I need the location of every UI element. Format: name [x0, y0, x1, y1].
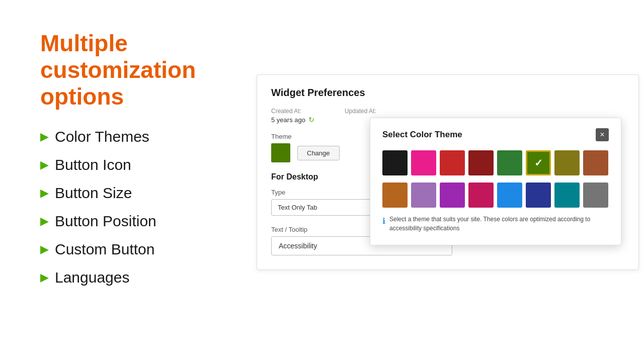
color-swatch-dark-red[interactable]: [468, 150, 494, 175]
color-swatch-olive-green[interactable]: ✓: [526, 150, 551, 175]
feature-item-button-icon: ▶Button Icon: [40, 156, 262, 173]
arrow-icon: ▶: [40, 187, 49, 200]
theme-color-swatch: [271, 143, 290, 162]
color-swatch-brown[interactable]: [583, 150, 608, 175]
feature-label: Button Icon: [55, 156, 131, 173]
checkmark-icon: ✓: [534, 157, 543, 169]
color-swatch-red[interactable]: [440, 150, 465, 175]
color-grid: ✓: [382, 150, 609, 175]
created-at-value: 5 years ago ↻: [271, 116, 314, 124]
feature-item-languages: ▶Languages: [40, 269, 262, 286]
change-theme-button[interactable]: Change: [297, 146, 340, 160]
color-theme-modal: Select Color Theme × ✓ ℹ Select a theme …: [370, 118, 621, 245]
color-swatch-dark-blue[interactable]: [526, 183, 551, 208]
color-swatch-magenta[interactable]: [468, 183, 494, 208]
modal-title: Select Color Theme: [382, 130, 462, 140]
feature-item-custom-button: ▶Custom Button: [40, 241, 262, 258]
arrow-icon: ▶: [40, 215, 49, 228]
feature-label: Button Size: [55, 185, 132, 202]
feature-label: Color Themes: [55, 128, 149, 145]
color-swatch-green[interactable]: [497, 150, 522, 175]
modal-info: ℹ Select a theme that suits your site. T…: [382, 215, 609, 233]
feature-item-button-size: ▶Button Size: [40, 185, 262, 202]
widget-title: Widget Preferences: [271, 87, 624, 99]
feature-list: ▶Color Themes▶Button Icon▶Button Size▶Bu…: [40, 128, 262, 286]
created-at-group: Created At: 5 years ago ↻: [271, 108, 314, 124]
feature-label: Button Position: [55, 213, 156, 230]
color-swatch-teal[interactable]: [554, 183, 580, 208]
color-swatch-hot-pink[interactable]: [411, 150, 436, 175]
color-swatch-light-purple[interactable]: [411, 183, 436, 208]
refresh-icon[interactable]: ↻: [308, 116, 314, 124]
color-swatch-black[interactable]: [382, 150, 408, 175]
left-section: Multiple customization options ▶Color Th…: [40, 30, 262, 297]
created-at-label: Created At:: [271, 108, 314, 115]
info-icon: ℹ: [382, 215, 385, 227]
modal-info-text: Select a theme that suits your site. The…: [389, 215, 609, 233]
color-swatch-gray[interactable]: [583, 183, 608, 208]
color-swatch-light-blue[interactable]: [497, 183, 522, 208]
type-dropdown-value: Text Only Tab: [278, 204, 317, 211]
modal-header: Select Color Theme ×: [382, 128, 609, 141]
type-dropdown[interactable]: Text Only Tab ▼: [271, 199, 382, 216]
arrow-icon: ▶: [40, 130, 49, 143]
color-swatch-orange-brown[interactable]: [382, 183, 408, 208]
page-title: Multiple customization options: [40, 30, 262, 110]
updated-at-label: Updated At:: [345, 108, 376, 115]
feature-item-button-position: ▶Button Position: [40, 213, 262, 230]
arrow-icon: ▶: [40, 158, 49, 171]
color-swatch-olive[interactable]: [554, 150, 580, 175]
feature-label: Languages: [55, 269, 129, 286]
arrow-icon: ▶: [40, 243, 49, 256]
close-modal-button[interactable]: ×: [596, 128, 609, 141]
color-swatch-purple[interactable]: [440, 183, 465, 208]
feature-label: Custom Button: [55, 241, 154, 258]
feature-item-color-themes: ▶Color Themes: [40, 128, 262, 145]
color-grid-row2: [382, 183, 609, 208]
arrow-icon: ▶: [40, 271, 49, 284]
